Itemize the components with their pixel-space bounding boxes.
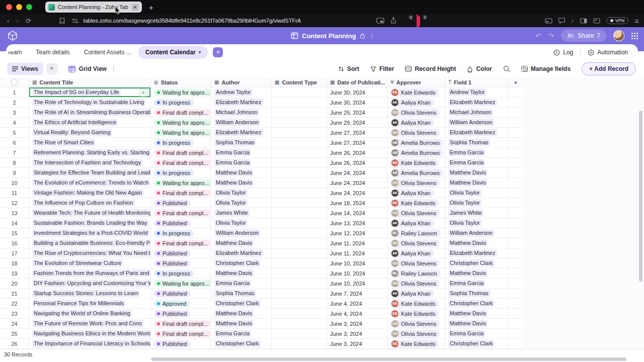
field1-cell[interactable]: Elizabeth Martinez (445, 128, 508, 137)
status-cell[interactable]: Published (151, 309, 211, 318)
content-title-cell[interactable]: Fashion Trends from the Runways of Paris… (29, 268, 151, 278)
table-row[interactable]: 11Vintage Fashion: Making the Old New Ag… (0, 188, 523, 198)
table-row[interactable]: 4The Ethics of Artificial IntelligenceWa… (0, 118, 523, 128)
row-number-cell[interactable]: 20 (0, 279, 29, 288)
row-number-cell[interactable]: 23 (0, 309, 29, 318)
row-number-cell[interactable]: 1 (0, 87, 29, 97)
content-type-cell[interactable] (272, 118, 327, 127)
site-settings-icon[interactable] (72, 18, 78, 24)
author-cell[interactable]: Emma Garcia (211, 148, 272, 157)
author-cell[interactable]: William Anderson (211, 228, 272, 238)
content-type-cell[interactable] (272, 178, 327, 188)
approver-cell[interactable]: AKAaliya Khan (387, 188, 445, 198)
search-icon[interactable] (503, 65, 510, 72)
content-type-cell[interactable] (272, 238, 327, 248)
zoho-tables-logo[interactable] (7, 30, 18, 41)
content-type-cell[interactable] (272, 168, 327, 177)
field1-cell[interactable]: Andrew Taylor (445, 87, 508, 97)
approver-cell[interactable]: KEKate Edwards (387, 158, 445, 167)
status-cell[interactable]: In progress (151, 228, 211, 238)
author-cell[interactable]: William Anderson (211, 118, 272, 127)
views-button[interactable]: Views (7, 63, 43, 75)
table-row[interactable]: 14Sustainable Fashion: Brands Leading th… (0, 218, 523, 228)
row-number-cell[interactable]: 19 (0, 268, 29, 278)
date-cell[interactable]: June 7, 2024 (327, 289, 387, 298)
content-type-cell[interactable] (272, 218, 327, 228)
approver-cell[interactable]: KEKate Edwards (387, 87, 445, 97)
row-number-cell[interactable]: 7 (0, 148, 29, 157)
date-cell[interactable]: June 24, 2024 (327, 178, 387, 188)
table-row[interactable]: 12The Influence of Pop Culture on Fashio… (0, 198, 523, 208)
table-row[interactable]: 22Personal Finance Tips for MillennialsA… (0, 299, 523, 309)
column-header-approver[interactable]: ꓯApprover (387, 77, 445, 87)
sort-button[interactable]: Sort (338, 65, 359, 72)
author-cell[interactable]: Christopher Clark (211, 339, 272, 348)
log-button[interactable]: Log (546, 49, 580, 56)
field1-cell[interactable]: William Anderson (445, 118, 508, 127)
date-cell[interactable]: June 27, 2024 (327, 128, 387, 137)
color-button[interactable]: Color (467, 65, 492, 72)
date-cell[interactable]: June 10, 2024 (327, 258, 387, 268)
share-icon[interactable] (390, 17, 396, 24)
row-number-cell[interactable]: 17 (0, 248, 29, 258)
approver-cell[interactable]: OSOlivia Stevens (387, 329, 445, 338)
url-text[interactable]: tables.zoho.com/basgewvgceb3584bffe9411e… (84, 18, 301, 24)
approver-cell[interactable]: OSOlivia Stevens (387, 279, 445, 288)
content-type-cell[interactable] (272, 158, 327, 167)
author-cell[interactable]: Andrew Taylor (211, 87, 272, 97)
minimize-window-button[interactable] (16, 4, 22, 10)
browser-tab[interactable]: Content Planning - Zoho Tabl ✕ (45, 2, 142, 13)
table-row[interactable]: 23Navigating the World of Online Banking… (0, 309, 523, 319)
content-title-cell[interactable]: The Role of AI in Streamlining Business … (29, 108, 151, 117)
field1-cell[interactable]: Emma Garcia (445, 329, 508, 338)
status-cell[interactable]: Final draft compl... (151, 208, 211, 218)
row-number-cell[interactable]: 25 (0, 329, 29, 338)
undo-icon[interactable]: ↶ (535, 32, 541, 40)
content-title-cell[interactable]: Navigating Business Ethics in the Modern… (29, 329, 151, 338)
status-cell[interactable]: Final draft compl... (151, 188, 211, 198)
row-number-cell[interactable]: 26 (0, 339, 29, 348)
field1-cell[interactable]: Christopher Clark (445, 299, 508, 308)
status-cell[interactable]: Final draft compl... (151, 148, 211, 157)
table-row[interactable]: 15Investment Strategies for a Post-COVID… (0, 228, 523, 238)
status-cell[interactable]: Final draft compl... (151, 319, 211, 328)
approver-cell[interactable]: OSOlivia Stevens (387, 258, 445, 268)
author-cell[interactable]: Emma Garcia (211, 279, 272, 288)
author-cell[interactable]: Matthew Davis (211, 319, 272, 328)
date-cell[interactable]: June 29, 2024 (327, 118, 387, 127)
approver-cell[interactable]: OSOlivia Stevens (387, 319, 445, 328)
base-menu-icon[interactable]: ⋮ (369, 32, 375, 40)
status-cell[interactable]: In progress (151, 98, 211, 107)
expand-record-button[interactable]: + (139, 88, 147, 97)
brave-shield-icon[interactable]: 1 (403, 17, 411, 24)
status-cell[interactable]: Approved (151, 299, 211, 308)
status-cell[interactable]: Published (151, 248, 211, 258)
content-title-cell[interactable]: Building a Sustainable Business: Eco-fri… (29, 238, 151, 248)
tab-content-assets[interactable]: Content Assets ... (77, 46, 138, 59)
field1-cell[interactable]: Olivia Taylor (445, 218, 508, 228)
select-all-cell[interactable] (0, 77, 29, 87)
approver-cell[interactable]: AKAaliya Khan (387, 289, 445, 298)
new-tab-button[interactable]: + (149, 3, 153, 12)
field1-cell[interactable]: Elizabeth Martinez (445, 248, 508, 258)
bookmark-icon[interactable] (59, 18, 65, 24)
approver-cell[interactable]: OSOlivia Stevens (387, 208, 445, 218)
row-number-cell[interactable]: 4 (0, 118, 29, 127)
date-cell[interactable]: June 14, 2024 (327, 208, 387, 218)
table-row[interactable]: 1The Impact of 5G on Everyday Life+Waiti… (0, 87, 523, 98)
content-title-cell[interactable]: DIY Fashion: Upcycling and Customizing Y… (29, 279, 151, 288)
approver-cell[interactable]: RLRailey Lawson (387, 268, 445, 278)
status-cell[interactable]: Published (151, 289, 211, 298)
content-title-cell[interactable]: The Importance of Financial Literacy in … (29, 339, 151, 348)
row-number-cell[interactable]: 9 (0, 168, 29, 177)
status-cell[interactable]: Published (151, 218, 211, 228)
table-row[interactable]: 10The Evolution of eCommerce: Trends to … (0, 178, 523, 188)
content-type-cell[interactable] (272, 329, 327, 338)
approver-cell[interactable]: AKAaliya Khan (387, 248, 445, 258)
status-cell[interactable]: In progress (151, 138, 211, 147)
row-number-cell[interactable]: 24 (0, 319, 29, 328)
date-cell[interactable]: June 11, 2024 (327, 238, 387, 248)
table-row[interactable]: 9Strategies for Effective Team Building … (0, 168, 523, 178)
field1-cell[interactable]: Matthew Davis (445, 319, 508, 328)
extension-alert-icon[interactable]: 1 (417, 17, 425, 24)
